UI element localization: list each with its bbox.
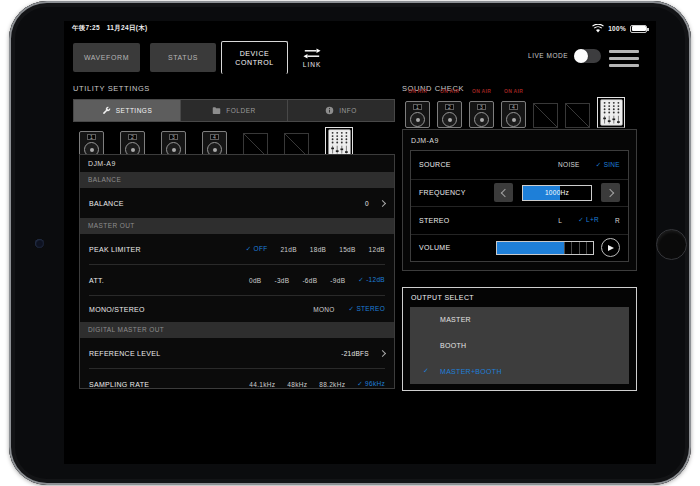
utility-tab-bar: SETTINGS FOLDER INFO xyxy=(73,99,395,122)
play-test-tone-button[interactable] xyxy=(601,238,620,257)
option-88-2khz[interactable]: 88.2kHz xyxy=(319,381,345,388)
chevron-right-icon xyxy=(379,349,386,356)
row-sampling-rate: SAMPLING RATE 44.1kHz 48kHz 88.2kHz 96kH… xyxy=(80,369,394,389)
option-right[interactable]: R xyxy=(615,217,620,224)
chevron-left-icon xyxy=(500,189,508,197)
app-screen: 午後7:25 11月24日(木) 100% WAVEFORM STATUS DE… xyxy=(64,21,656,464)
option-18db[interactable]: 18dB xyxy=(310,246,326,253)
volume-fill xyxy=(497,242,564,254)
option-stereo[interactable]: STEREO xyxy=(349,305,385,313)
option-48khz[interactable]: 48kHz xyxy=(287,381,307,388)
live-mode-label: LIVE MODE xyxy=(508,49,568,63)
tab-link[interactable]: LINK xyxy=(295,43,329,73)
jog-wheel-icon xyxy=(410,112,425,127)
option-15db[interactable]: 15dB xyxy=(339,246,355,253)
section-header-balance: BALANCE xyxy=(80,172,394,188)
option-minus12db[interactable]: -12dB xyxy=(358,276,385,284)
player-3-icon[interactable]: 3 xyxy=(469,101,494,128)
balance-value: 0 xyxy=(365,200,369,207)
row-stereo: STEREO L L+R R xyxy=(411,206,628,234)
row-frequency: FREQUENCY 1000Hz xyxy=(411,179,628,207)
option-off[interactable]: OFF xyxy=(246,245,268,253)
mixer-icon xyxy=(328,129,351,156)
tab-settings[interactable]: SETTINGS xyxy=(73,99,181,122)
chevron-right-icon xyxy=(605,189,613,197)
sound-check-panel: DJM-A9 SOURCE NOISE SINE FREQUENCY xyxy=(402,129,637,271)
jog-wheel-icon xyxy=(442,112,457,127)
option-minus6db[interactable]: -6dB xyxy=(302,277,317,284)
tab-waveform[interactable]: WAVEFORM xyxy=(73,43,140,72)
row-volume: VOLUME xyxy=(411,234,628,262)
link-arrows-icon xyxy=(303,48,321,59)
device-name: DJM-A9 xyxy=(403,130,636,150)
home-button[interactable] xyxy=(656,229,687,260)
option-96khz[interactable]: 96kHz xyxy=(357,380,385,388)
row-att: ATT. 0dB -3dB -6dB -9dB -12dB xyxy=(80,265,394,295)
row-reference-level[interactable]: REFERENCE LEVEL -21dBFS xyxy=(80,338,394,368)
option-minus3db[interactable]: -3dB xyxy=(274,277,289,284)
empty-device-slot-icon xyxy=(565,103,590,128)
status-date: 11月24日(木) xyxy=(107,24,148,33)
volume-slider[interactable] xyxy=(496,241,594,255)
folder-icon xyxy=(212,106,221,115)
on-air-badge: ON AIR xyxy=(437,88,462,94)
player-2-icon[interactable]: 2 xyxy=(437,101,462,128)
option-44-1khz[interactable]: 44.1kHz xyxy=(249,381,275,388)
option-mono[interactable]: MONO xyxy=(313,306,334,313)
on-air-badge: ON AIR xyxy=(405,88,430,94)
wifi-icon xyxy=(592,24,604,33)
option-master-booth[interactable]: MASTER+BOOTH xyxy=(410,358,629,384)
tab-folder[interactable]: FOLDER xyxy=(181,99,288,122)
frequency-increase-button[interactable] xyxy=(601,183,620,202)
option-left[interactable]: L xyxy=(558,217,562,224)
sound-check-device-row: 1 2 3 4 xyxy=(405,97,625,128)
frequency-decrease-button[interactable] xyxy=(494,183,513,202)
battery-icon xyxy=(630,25,647,33)
option-minus9db[interactable]: -9dB xyxy=(330,277,345,284)
chevron-right-icon xyxy=(379,199,386,206)
row-balance[interactable]: BALANCE 0 xyxy=(80,188,394,218)
tab-info[interactable]: INFO xyxy=(288,99,395,122)
player-1-icon[interactable]: 1 xyxy=(405,101,430,128)
status-bar-left: 午後7:25 11月24日(木) xyxy=(72,24,147,33)
row-peak-limiter: PEAK LIMITER OFF 21dB 18dB 15dB 12dB xyxy=(80,234,394,264)
section-header-digital-master-out: DIGITAL MASTER OUT xyxy=(80,322,394,338)
on-air-badge: ON AIR xyxy=(469,88,494,94)
option-0db[interactable]: 0dB xyxy=(249,277,261,284)
output-select-title: OUTPUT SELECT xyxy=(403,288,636,307)
frequency-value: 1000Hz xyxy=(523,186,591,200)
option-21db[interactable]: 21dB xyxy=(280,246,296,253)
on-air-badge: ON AIR xyxy=(501,88,526,94)
status-time: 午後7:25 xyxy=(72,24,100,33)
utility-settings-list: DJM-A9 BALANCE BALANCE 0 MASTER OUT PEAK… xyxy=(79,154,395,389)
frequency-value-box[interactable]: 1000Hz xyxy=(522,185,592,201)
output-select-panel: OUTPUT SELECT MASTER BOOTH MASTER+BOOTH xyxy=(402,287,637,391)
row-mono-stereo: MONO/STEREO MONO STEREO xyxy=(80,296,394,322)
option-12db[interactable]: 12dB xyxy=(369,246,385,253)
option-sine[interactable]: SINE xyxy=(596,161,620,169)
row-source: SOURCE NOISE SINE xyxy=(411,151,628,179)
reference-level-value: -21dBFS xyxy=(341,350,369,357)
play-icon xyxy=(608,245,614,251)
output-select-options: MASTER BOOTH MASTER+BOOTH xyxy=(410,307,629,384)
player-4-icon[interactable]: 4 xyxy=(501,101,526,128)
device-name: DJM-A9 xyxy=(80,155,394,172)
ipad-bezel: 午後7:25 11月24日(木) 100% WAVEFORM STATUS DE… xyxy=(9,1,691,485)
wrench-icon xyxy=(102,106,111,115)
hamburger-menu-icon[interactable] xyxy=(609,50,639,71)
battery-percent: 100% xyxy=(608,25,626,32)
jog-wheel-icon xyxy=(506,112,521,127)
empty-device-slot-icon xyxy=(533,103,558,128)
mixer-device-icon-selected[interactable] xyxy=(597,97,625,128)
tab-device-control[interactable]: DEVICE CONTROL xyxy=(221,41,288,74)
jog-wheel-icon xyxy=(474,112,489,127)
live-mode-toggle[interactable] xyxy=(574,49,601,63)
section-header-master-out: MASTER OUT xyxy=(80,218,394,234)
option-noise[interactable]: NOISE xyxy=(558,161,580,168)
option-left-right[interactable]: L+R xyxy=(578,216,599,224)
tab-status[interactable]: STATUS xyxy=(150,43,216,72)
option-master[interactable]: MASTER xyxy=(410,307,629,333)
option-booth[interactable]: BOOTH xyxy=(410,333,629,359)
status-bar-right: 100% xyxy=(592,24,647,33)
utility-settings-title: UTILITY SETTINGS xyxy=(73,84,150,93)
